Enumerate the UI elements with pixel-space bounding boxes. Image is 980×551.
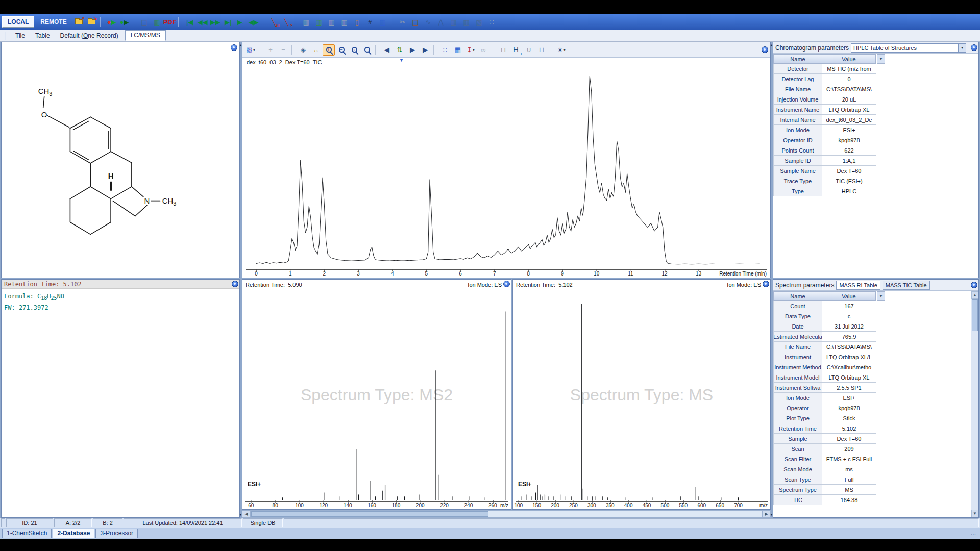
- param-row[interactable]: Scan FilterFTMS + c ESI Full: [773, 454, 978, 464]
- value-column-header[interactable]: Value: [822, 291, 876, 301]
- param-row[interactable]: Sample ID1:A,1: [773, 156, 978, 166]
- param-row[interactable]: Operator IDkpqb978: [773, 135, 978, 145]
- param-row[interactable]: Estimated Molecula765.9: [773, 332, 978, 342]
- param-row[interactable]: TypeHPLC: [773, 186, 978, 196]
- name-column-header[interactable]: Name: [773, 54, 822, 64]
- param-row[interactable]: Ion ModeESI+: [773, 125, 978, 135]
- panel-menu-icon[interactable]: [503, 281, 510, 287]
- play-record-icon[interactable]: ●▶: [118, 16, 131, 28]
- param-row[interactable]: Scan Modems: [773, 464, 978, 474]
- param-row[interactable]: Count167: [773, 301, 978, 311]
- bottom-tab-2-database[interactable]: 2-Database: [53, 529, 94, 538]
- peaks-icon[interactable]: ⋀: [435, 16, 447, 28]
- print-icon[interactable]: ▤: [138, 16, 151, 28]
- param-row[interactable]: Instrument ModelLTQ Orbitrap XL: [773, 372, 978, 383]
- baseline-icon[interactable]: ∪: [523, 44, 535, 56]
- graph-setup-icon[interactable]: ▧▾: [244, 44, 257, 56]
- merge-view-icon[interactable]: ▧: [473, 16, 485, 28]
- scroll-up-icon[interactable]: ▲: [971, 291, 978, 299]
- scroll-right-icon[interactable]: ▶: [762, 511, 770, 517]
- library-icon[interactable]: ▤: [409, 16, 422, 28]
- param-row[interactable]: Date31 Jul 2012: [773, 321, 978, 332]
- prev-record-icon[interactable]: ◀◀: [197, 16, 209, 28]
- param-row[interactable]: Trace TypeTIC (ESI+): [773, 176, 978, 186]
- param-row[interactable]: Sample NameDex T=60: [773, 166, 978, 176]
- param-row[interactable]: Scan209: [773, 444, 978, 454]
- search-wizard-icon[interactable]: ╲?: [280, 16, 292, 28]
- panel-menu-icon[interactable]: [231, 44, 237, 51]
- param-row[interactable]: Injection Volume20 uL: [773, 94, 978, 105]
- zoom-out-icon[interactable]: −: [335, 44, 348, 56]
- scroll-left-icon[interactable]: ◀: [242, 511, 251, 517]
- last-record-icon[interactable]: ▶|: [222, 16, 234, 28]
- scrollbar-thumb[interactable]: [972, 299, 978, 331]
- param-row[interactable]: File NameC:\TSS\DATA\MS\: [773, 342, 978, 352]
- options-icon[interactable]: ∗▾: [555, 44, 568, 56]
- add-trace-icon[interactable]: +: [264, 44, 277, 56]
- prev-peak-icon[interactable]: ◀: [381, 44, 393, 56]
- edit-table-icon[interactable]: ▦: [300, 16, 312, 28]
- view-table-icon[interactable]: ▦: [326, 16, 338, 28]
- copy-table-icon[interactable]: ▥: [338, 16, 351, 28]
- tools-icon[interactable]: ✂: [397, 16, 409, 28]
- param-row[interactable]: File NameC:\TSS\DATA\MS\: [773, 84, 978, 94]
- param-row[interactable]: Data Typec: [773, 311, 978, 321]
- points-icon[interactable]: ∷: [439, 44, 451, 56]
- filter-icon[interactable]: ▼: [877, 54, 885, 64]
- param-row[interactable]: Internal Namedex_t60_03_2_De: [773, 115, 978, 125]
- chromatogram-plot[interactable]: dex_t60_03_2_Dex T=60_TIC ▼ Retention Ti…: [242, 58, 770, 278]
- param-row[interactable]: Points Count622: [773, 145, 978, 156]
- next-record-icon[interactable]: ▶▶: [209, 16, 222, 28]
- bottom-tab-1-chemsketch[interactable]: 1-ChemSketch: [2, 529, 52, 538]
- param-row[interactable]: InstrumentLTQ Orbitrap XL/L: [773, 352, 978, 362]
- param-row[interactable]: Detector Lag0: [773, 74, 978, 84]
- spectra-table-icon[interactable]: ▦: [452, 44, 464, 56]
- zoom-reset-icon[interactable]: [361, 44, 373, 56]
- name-column-header[interactable]: Name: [773, 291, 822, 301]
- review-icon[interactable]: ◈: [297, 44, 309, 56]
- panel-menu-icon[interactable]: [971, 44, 977, 51]
- scrollbar-thumb[interactable]: [251, 511, 488, 517]
- param-row[interactable]: Scan TypeFull: [773, 474, 978, 485]
- param-row[interactable]: Spectrum TypeMS: [773, 485, 978, 495]
- pin-icon[interactable]: ↧▾: [464, 44, 477, 56]
- horizontal-scrollbar[interactable]: ◀ ▶: [242, 510, 771, 518]
- vertical-scrollbar[interactable]: ▲ ▼: [971, 291, 978, 517]
- zoom-window-icon[interactable]: ▫: [348, 44, 360, 56]
- link-icon[interactable]: ∞: [477, 44, 489, 56]
- spectrum-search-icon[interactable]: ∿: [422, 16, 434, 28]
- arrange-icon[interactable]: ∷: [486, 16, 498, 28]
- param-row[interactable]: Plot TypeStick: [773, 413, 978, 423]
- param-row[interactable]: Instrument Softwa2.5.5 SP1: [773, 383, 978, 393]
- tab-overflow-button[interactable]: ...: [971, 530, 978, 537]
- bottom-tab-3-processor[interactable]: 3-Processor: [95, 529, 138, 538]
- combo-dropdown-icon[interactable]: ▾: [958, 44, 966, 52]
- search-all-icon[interactable]: ╲All: [267, 16, 280, 28]
- open-structures-icon[interactable]: ↗: [73, 16, 85, 28]
- remote-button[interactable]: REMOTE: [35, 16, 71, 28]
- panel-menu-icon[interactable]: [971, 282, 977, 288]
- report-table-icon[interactable]: ▦: [151, 16, 163, 28]
- param-row[interactable]: SampleDex T=60: [773, 434, 978, 444]
- value-column-header[interactable]: Value: [822, 54, 876, 64]
- position-marker-icon[interactable]: ▼: [399, 58, 404, 63]
- ms-plot[interactable]: Spectrum Type: MS ESI+: [513, 289, 770, 501]
- default-view-button[interactable]: Default (One Record): [56, 31, 123, 41]
- param-row[interactable]: Instrument NameLTQ Orbitrap XL: [773, 105, 978, 115]
- pan-icon[interactable]: ↔: [310, 44, 322, 56]
- tab-lcmsms[interactable]: LC/MS/MS: [125, 30, 166, 41]
- next-peak-icon[interactable]: ▶: [406, 44, 419, 56]
- param-row[interactable]: DetectorMS TIC (m/z from: [773, 64, 978, 74]
- proton-add-icon[interactable]: H+: [510, 44, 522, 56]
- panel-menu-icon[interactable]: [763, 281, 769, 287]
- tab-mass-ri-table[interactable]: MASS RI Table: [836, 281, 880, 290]
- table-button[interactable]: Table: [31, 31, 55, 41]
- new-query-icon[interactable]: ▦: [313, 16, 325, 28]
- ms2-plot[interactable]: Spectrum Type: MS2 ESI+: [242, 289, 511, 501]
- structures-table-combo[interactable]: HPLC Table of Structures ▾: [851, 43, 966, 53]
- param-row[interactable]: Instrument MethodC:\Xcalibur\metho: [773, 362, 978, 372]
- param-row[interactable]: Operatorkpqb978: [773, 403, 978, 413]
- export-pdf-icon[interactable]: PDF: [164, 16, 176, 28]
- import-structures-icon[interactable]: ↘: [86, 16, 98, 28]
- param-row[interactable]: Ion ModeESI+: [773, 393, 978, 403]
